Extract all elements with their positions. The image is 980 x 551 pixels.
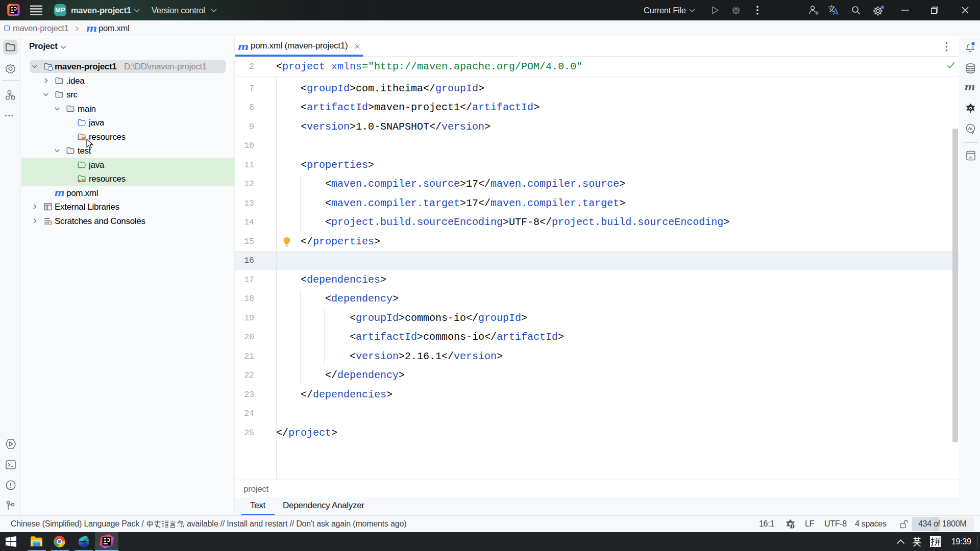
svg-text:A: A [969, 154, 972, 160]
svg-text:Ai: Ai [968, 126, 972, 131]
